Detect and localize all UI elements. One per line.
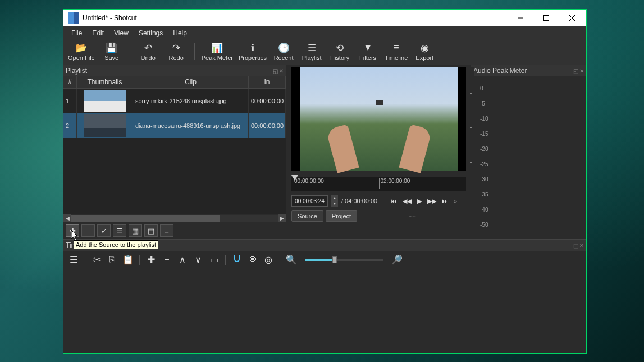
timeline-track[interactable]	[63, 268, 586, 353]
ripple-button[interactable]: ◎	[263, 254, 274, 265]
menu-button[interactable]: ☰	[68, 254, 79, 265]
menu-help[interactable]: Help	[168, 28, 191, 38]
timeline-button[interactable]: ≡Timeline	[385, 42, 408, 61]
view-tiles-button[interactable]: ▦	[129, 224, 142, 237]
duration-label: / 04:00:00:00	[341, 198, 377, 204]
export-icon: ◉	[421, 42, 429, 53]
app-window: Untitled* - Shotcut File Edit View Setti…	[63, 9, 587, 354]
lift-button[interactable]: ∧	[177, 254, 188, 265]
save-icon: 💾	[106, 42, 117, 53]
spin-down-icon[interactable]: ▼	[331, 201, 338, 207]
window-title: Untitled* - Shotcut	[83, 14, 508, 22]
meter-title: Audio Peak Meter	[473, 67, 527, 75]
video-preview[interactable]	[291, 67, 466, 171]
copy-button[interactable]: ⎘	[107, 255, 118, 265]
titlebar: Untitled* - Shotcut	[63, 10, 586, 26]
remove-button[interactable]: −	[161, 255, 172, 265]
scroll-thumb[interactable]	[71, 215, 220, 222]
undo-icon: ↶	[144, 42, 152, 53]
spin-up-icon[interactable]: ▲	[331, 195, 338, 201]
append-button[interactable]: ✚	[145, 254, 157, 265]
paste-button[interactable]: 📋	[122, 254, 134, 265]
menu-settings[interactable]: Settings	[134, 28, 167, 38]
remove-button[interactable]: −	[81, 224, 95, 237]
zoom-out-button[interactable]: 🔍	[286, 254, 297, 265]
view-details-button[interactable]: ☰	[113, 224, 126, 237]
clock-icon: 🕒	[278, 42, 290, 53]
col-in[interactable]: In	[249, 76, 286, 88]
export-button[interactable]: ◉Export	[413, 42, 436, 61]
playlist-title: Playlist	[66, 67, 87, 75]
close-button[interactable]	[559, 10, 585, 26]
col-clip[interactable]: Clip	[133, 76, 249, 88]
zoom-slider[interactable]	[305, 259, 383, 261]
play-button[interactable]: ▶	[417, 198, 422, 205]
undock-icon[interactable]: ◱	[273, 68, 278, 74]
drag-handle-icon[interactable]: ┅┅	[359, 213, 466, 219]
expand-icon[interactable]: »	[454, 198, 457, 205]
view-icons-button[interactable]: ▤	[144, 224, 158, 237]
tab-project[interactable]: Project	[326, 210, 357, 222]
menubar: File Edit View Settings Help	[63, 26, 586, 40]
save-button[interactable]: 💾Save	[101, 42, 123, 61]
playlist-row[interactable]: 2 diana-macesanu-488916-unsplash.jpg 00:…	[63, 113, 286, 138]
overwrite-button[interactable]: ∨	[193, 254, 204, 265]
update-button[interactable]: ✓	[97, 224, 111, 237]
menu-edit[interactable]: Edit	[88, 28, 108, 38]
history-icon: ⟲	[336, 42, 344, 53]
playlist-panel: Playlist ◱ ✕ # Thumbnails Clip In 1 sorr…	[63, 65, 286, 239]
col-num[interactable]: #	[63, 76, 77, 88]
thumbnail-icon	[84, 90, 126, 112]
open-file-button[interactable]: 📂Open File	[68, 42, 95, 61]
playlist-row[interactable]: 1 sorry-imkirk-215248-unsplash.jpg 00:00…	[63, 89, 286, 113]
undo-button[interactable]: ↶Undo	[137, 42, 159, 61]
close-panel-icon[interactable]: ✕	[579, 68, 584, 74]
funnel-icon: ▼	[363, 42, 373, 53]
close-panel-icon[interactable]: ✕	[279, 68, 284, 74]
info-icon: ℹ	[251, 42, 254, 53]
undock-icon[interactable]: ◱	[573, 242, 578, 249]
split-button[interactable]: ▭	[208, 254, 220, 265]
minimize-button[interactable]	[508, 10, 533, 26]
col-thumb[interactable]: Thumbnails	[77, 76, 133, 88]
h-scrollbar[interactable]: ◀ ▶	[63, 214, 286, 222]
zoom-thumb[interactable]	[332, 256, 337, 263]
scroll-left-icon[interactable]: ◀	[63, 214, 71, 222]
scroll-right-icon[interactable]: ▶	[278, 214, 286, 222]
maximize-button[interactable]	[533, 10, 559, 26]
main-toolbar: 📂Open File 💾Save ↶Undo ↷Redo 📊Peak Meter…	[63, 40, 586, 65]
undock-icon[interactable]: ◱	[573, 68, 578, 74]
menu-view[interactable]: View	[109, 28, 133, 38]
recent-button[interactable]: 🕒Recent	[272, 42, 295, 61]
rewind-button[interactable]: ◀◀	[403, 198, 412, 205]
cut-button[interactable]: ✂	[91, 254, 102, 265]
menu-file[interactable]: File	[67, 28, 86, 38]
list-icon: ☰	[308, 42, 316, 53]
meter-icon: 📊	[211, 42, 223, 53]
scrub-button[interactable]: 👁	[247, 255, 258, 265]
skip-prev-button[interactable]: ⏮	[391, 198, 397, 205]
preview-panel: 00:00:00:00 02:00:00:00 ▲▼ / 04:00:00:00…	[286, 65, 471, 239]
skip-next-button[interactable]: ⏭	[442, 198, 448, 205]
app-icon	[68, 12, 79, 24]
preview-ruler[interactable]: 00:00:00:00 02:00:00:00	[291, 177, 466, 191]
playlist-button[interactable]: ☰Playlist	[300, 42, 323, 61]
filters-button[interactable]: ▼Filters	[357, 42, 379, 61]
redo-icon: ↷	[172, 42, 180, 53]
audio-meter-panel: Audio Peak Meter ◱ ✕ 0 -5 -10 -15 -20 -2…	[471, 65, 586, 239]
properties-button[interactable]: ℹProperties	[239, 42, 267, 61]
fast-fwd-button[interactable]: ▶▶	[427, 198, 436, 205]
tooltip: Add the Source to the playlist	[74, 240, 158, 249]
close-panel-icon[interactable]: ✕	[579, 242, 584, 249]
timeline-icon: ≡	[394, 42, 399, 53]
add-source-button[interactable]: ✚	[66, 224, 79, 237]
history-button[interactable]: ⟲History	[328, 42, 351, 61]
tab-source[interactable]: Source	[291, 210, 323, 222]
timecode-input[interactable]	[291, 195, 328, 207]
snap-button[interactable]	[231, 254, 243, 265]
svg-rect-1	[544, 16, 549, 21]
redo-button[interactable]: ↷Redo	[165, 42, 188, 61]
peak-meter-button[interactable]: 📊Peak Meter	[202, 42, 233, 61]
view-list-button[interactable]: ≡	[160, 224, 173, 237]
zoom-in-button[interactable]: 🔎	[391, 254, 403, 265]
